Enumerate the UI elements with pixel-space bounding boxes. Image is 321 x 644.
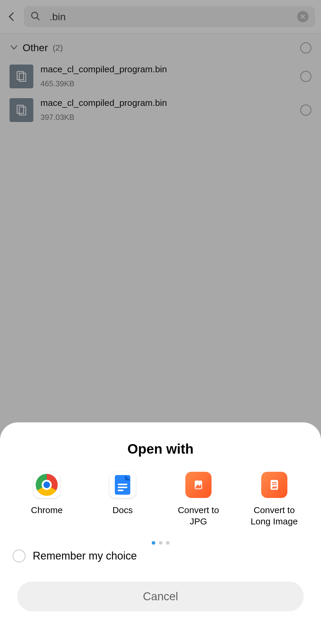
app-option-convert-long-image[interactable]: Convert to Long Image (248, 472, 301, 527)
page-indicator (0, 541, 321, 545)
cancel-label: Cancel (143, 590, 178, 603)
app-label: Docs (112, 504, 133, 516)
cancel-button[interactable]: Cancel (17, 582, 304, 611)
chrome-icon (34, 472, 60, 498)
sheet-title: Open with (0, 422, 321, 469)
screen: .bin Other (2) mace_cl_compiled_program.… (0, 0, 321, 644)
docs-icon (109, 472, 136, 498)
page-dot-3 (166, 541, 170, 545)
page-dot-1 (152, 541, 155, 545)
open-with-sheet: Open with Chrome Docs Conve (0, 422, 321, 644)
app-label: Convert to JPG (172, 504, 225, 527)
app-option-convert-jpg[interactable]: Convert to JPG (172, 472, 225, 527)
convert-long-image-icon (261, 472, 287, 498)
app-option-docs[interactable]: Docs (96, 472, 149, 527)
app-label: Chrome (31, 504, 63, 516)
app-chooser-grid: Chrome Docs Convert to JPG (0, 469, 321, 527)
remember-label: Remember my choice (33, 550, 137, 562)
app-label: Convert to Long Image (248, 504, 301, 527)
convert-jpg-icon (185, 472, 212, 498)
remember-checkbox[interactable] (12, 549, 26, 562)
app-option-chrome[interactable]: Chrome (20, 472, 73, 527)
remember-choice-row[interactable]: Remember my choice (0, 545, 321, 562)
page-dot-2 (159, 541, 162, 545)
